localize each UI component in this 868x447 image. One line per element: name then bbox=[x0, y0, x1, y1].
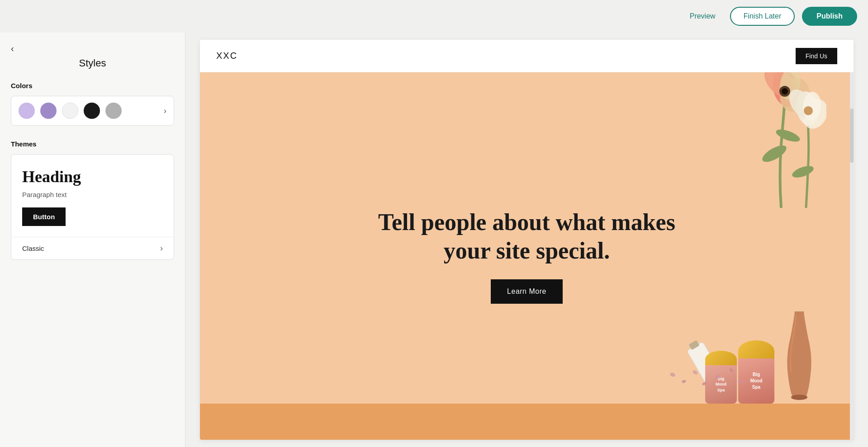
publish-button[interactable]: Publish bbox=[802, 7, 857, 26]
themes-expand-icon: › bbox=[160, 244, 163, 253]
site-preview-card: XXC Find Us Tell people about what makes… bbox=[200, 40, 854, 440]
theme-heading-preview: Heading bbox=[22, 167, 163, 186]
right-preview-area: XXC Find Us Tell people about what makes… bbox=[185, 33, 868, 447]
theme-name-label: Classic bbox=[22, 245, 44, 252]
site-logo: XXC bbox=[216, 51, 237, 61]
panel-title: Styles bbox=[11, 57, 174, 69]
color-swatch-gray[interactable] bbox=[105, 103, 122, 119]
hero-section: Tell people about what makes your site s… bbox=[200, 72, 854, 440]
hero-heading: Tell people about what makes your site s… bbox=[369, 208, 685, 265]
hero-content: Tell people about what makes your site s… bbox=[200, 72, 854, 440]
styles-panel: ‹ Styles Colors › Themes Heading Paragra… bbox=[0, 33, 185, 447]
top-bar: Preview Finish Later Publish bbox=[0, 0, 868, 33]
themes-footer[interactable]: Classic › bbox=[11, 237, 174, 259]
color-swatch-black[interactable] bbox=[84, 103, 100, 119]
colors-expand-icon[interactable]: › bbox=[164, 106, 166, 116]
site-nav: XXC Find Us bbox=[200, 40, 854, 72]
theme-paragraph-preview: Paragraph text bbox=[22, 191, 163, 198]
main-content: ‹ Styles Colors › Themes Heading Paragra… bbox=[0, 33, 868, 447]
colors-row[interactable]: › bbox=[11, 96, 174, 126]
learn-more-button[interactable]: Learn More bbox=[491, 279, 563, 304]
themes-section-label: Themes bbox=[11, 140, 174, 148]
preview-button[interactable]: Preview bbox=[683, 9, 723, 24]
theme-button-preview[interactable]: Button bbox=[22, 207, 66, 226]
finish-later-button[interactable]: Finish Later bbox=[730, 7, 795, 26]
themes-box: Heading Paragraph text Button Classic › bbox=[11, 154, 174, 260]
color-swatch-lavender-medium[interactable] bbox=[40, 103, 57, 119]
color-swatch-white[interactable] bbox=[62, 103, 78, 119]
themes-inner: Heading Paragraph text Button bbox=[11, 155, 174, 237]
find-us-button[interactable]: Find Us bbox=[796, 48, 837, 64]
color-swatch-lavender-light[interactable] bbox=[19, 103, 35, 119]
back-arrow-icon[interactable]: ‹ bbox=[11, 43, 14, 54]
colors-section-label: Colors bbox=[11, 82, 174, 89]
